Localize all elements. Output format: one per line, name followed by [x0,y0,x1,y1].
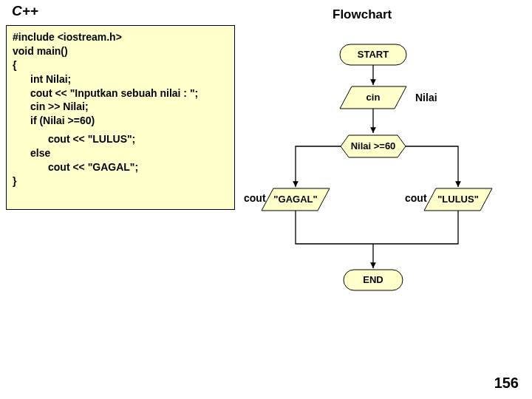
code-line: cin >> Nilai; [13,100,228,114]
flowchart-svg: START cin Nilai Nilai >=60 "GAGAL" cout … [244,41,532,366]
code-line: else [13,146,228,160]
code-line: void main() [13,44,228,58]
cin-label: cin [366,92,381,103]
lulus-label: "LULUS" [437,194,479,205]
start-label: START [358,49,389,60]
decision-label: Nilai >=60 [351,140,396,151]
cpp-heading: C++ [12,3,38,19]
page-number: 156 [494,375,519,392]
code-line: cout << "GAGAL"; [13,160,228,174]
code-line: if (Nilai >=60) [13,114,228,128]
cout-left-label: cout [244,192,266,204]
code-line: { [13,58,228,72]
code-line: int Nilai; [13,72,228,86]
code-box: #include <iostream.h> void main() { int … [6,25,235,210]
code-line: cout << "LULUS"; [13,132,228,146]
code-line: cout << "Inputkan sebuah nilai : "; [13,86,228,100]
code-line: } [13,174,228,188]
nilai-label: Nilai [415,92,437,103]
end-label: END [363,274,383,285]
flowchart-heading: Flowchart [332,7,392,22]
gagal-label: "GAGAL" [273,194,317,205]
code-line: #include <iostream.h> [13,30,228,44]
cout-right-label: cout [405,192,427,204]
